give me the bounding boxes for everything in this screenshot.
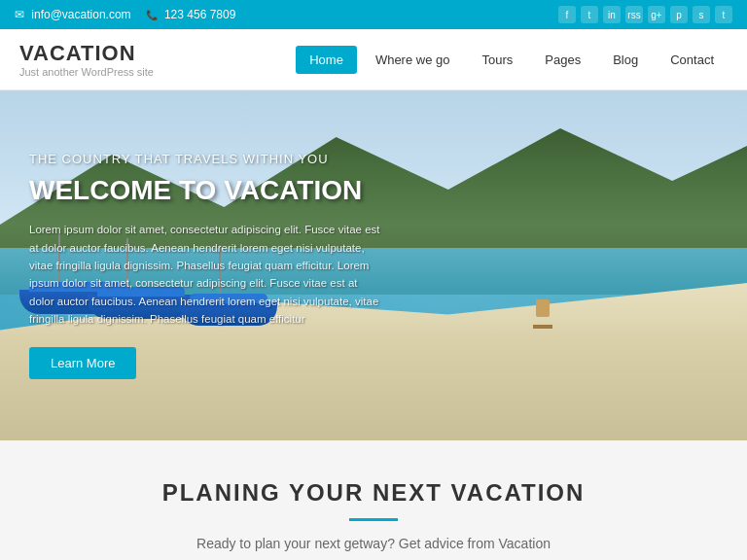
logo: VACATION Just another WordPress site [19,41,154,78]
email-text: info@vacation.com [31,8,130,21]
hero-section: THE COUNTRY THAT TRAVELS WITHIN YOU WELC… [0,90,747,440]
site-title: VACATION [19,41,154,66]
hero-title: WELCOME TO VACATION [29,174,381,207]
planning-title: PLANING YOUR NEXT VACATION [19,479,728,507]
top-bar: ✉ info@vacation.com 📞 123 456 7809 f t i… [0,0,747,29]
hero-content: THE COUNTRY THAT TRAVELS WITHIN YOU WELC… [0,90,410,440]
site-header: VACATION Just another WordPress site Hom… [0,29,747,90]
nav-pages[interactable]: Pages [531,46,594,74]
phone-icon: 📞 [146,10,158,20]
social-icons: f t in rss g+ p s t [558,6,732,23]
beach-chair [533,299,552,329]
email-icon: ✉ [15,8,24,21]
facebook-icon[interactable]: f [558,6,576,23]
planning-divider [349,518,398,521]
linkedin-icon[interactable]: in [603,6,621,23]
main-nav: Home Where we go Tours Pages Blog Contac… [296,46,728,74]
hero-subtitle: THE COUNTRY THAT TRAVELS WITHIN YOU [29,152,381,166]
site-tagline: Just another WordPress site [19,66,154,78]
hero-body-text: Lorem ipsum dolor sit amet, consectetur … [29,221,381,328]
skype-icon[interactable]: s [693,6,710,23]
googleplus-icon[interactable]: g+ [648,6,665,23]
tumblr-icon[interactable]: t [715,6,732,23]
nav-home[interactable]: Home [296,46,357,74]
planning-subtitle: Ready to plan your next getway? Get advi… [19,536,728,551]
rss-icon[interactable]: rss [625,6,643,23]
phone-text: 123 456 7809 [164,8,235,21]
nav-blog[interactable]: Blog [599,46,652,74]
learn-more-button[interactable]: Learn More [29,347,136,379]
top-bar-contact: ✉ info@vacation.com 📞 123 456 7809 [15,8,235,21]
email-info: ✉ info@vacation.com [15,8,131,21]
nav-contact[interactable]: Contact [657,46,728,74]
twitter-icon[interactable]: t [581,6,598,23]
phone-info: 📞 123 456 7809 [146,8,236,21]
planning-section: PLANING YOUR NEXT VACATION Ready to plan… [0,440,747,560]
pinterest-icon[interactable]: p [670,6,688,23]
nav-tours[interactable]: Tours [468,46,526,74]
nav-where-we-go[interactable]: Where we go [362,46,464,74]
